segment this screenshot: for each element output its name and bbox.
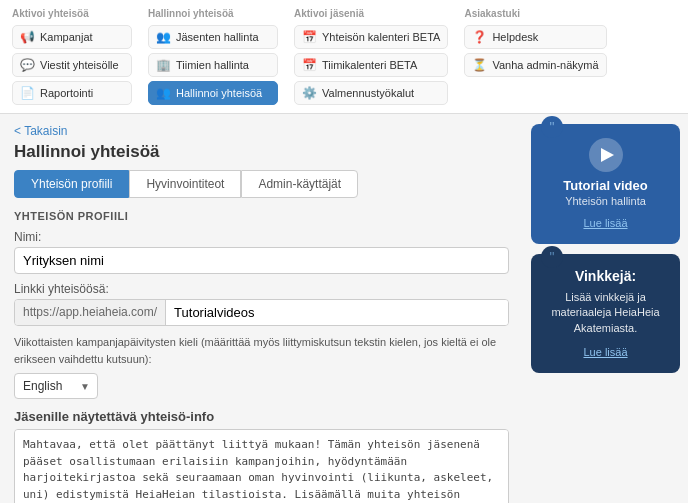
main-area: < Takaisin Hallinnoi yhteisöä Yhteisön p… bbox=[0, 114, 688, 503]
card1-subtitle: Yhteisön hallinta bbox=[541, 195, 670, 207]
quote-icon-1: " bbox=[541, 116, 563, 138]
member-info-title: Jäsenille näytettävä yhteisö-info bbox=[14, 409, 509, 424]
play-triangle-icon bbox=[601, 148, 614, 162]
sidebar-item-valmennustyokalut[interactable]: ⚙️ Valmennustyökalut bbox=[294, 81, 448, 105]
report-icon: 📄 bbox=[20, 86, 35, 100]
tab-admin-kayttajat[interactable]: Admin-käyttäjät bbox=[241, 170, 358, 198]
nav-section-title-hallinnoi: Hallinnoi yhteisöä bbox=[148, 8, 278, 19]
sidebar-item-raportointi[interactable]: 📄 Raportointi bbox=[12, 81, 132, 105]
chat-icon: 💬 bbox=[20, 58, 35, 72]
sidebar-item-hallinnoi-yhteisoa[interactable]: 👥 Hallinnoi yhteisöä bbox=[148, 81, 278, 105]
sidebar-item-yhteison-kalenteri[interactable]: 📅 Yhteisön kalenteri BETA bbox=[294, 25, 448, 49]
tab-profiili[interactable]: Yhteisön profiili bbox=[14, 170, 129, 198]
play-circle bbox=[589, 138, 623, 172]
nav-section-aktivoi: Aktivoi yhteisöä 📢 Kampanjat 💬 Viestit y… bbox=[12, 8, 132, 105]
nav-section-title-asiakastuki: Asiakastuki bbox=[464, 8, 606, 19]
sidebar-item-jasenten-hallinta[interactable]: 👥 Jäsenten hallinta bbox=[148, 25, 278, 49]
card2-read-more[interactable]: Lue lisää bbox=[583, 346, 627, 358]
right-sidebar: " Tutorial video Yhteisön hallinta Lue l… bbox=[523, 114, 688, 503]
team-icon: 🏢 bbox=[156, 58, 171, 72]
members-icon: 👥 bbox=[156, 30, 171, 44]
page-title: Hallinnoi yhteisöä bbox=[14, 142, 509, 162]
card2-title: Vinkkejä: bbox=[541, 268, 670, 284]
sidebar-item-helpdesk[interactable]: ❓ Helpdesk bbox=[464, 25, 606, 49]
card1-title: Tutorial video bbox=[541, 178, 670, 193]
section-title: YHTEISÖN PROFIILI bbox=[14, 210, 509, 222]
sidebar-item-tiimikalenteri[interactable]: 📅 Tiimikalenteri BETA bbox=[294, 53, 448, 77]
sidebar-item-viestit[interactable]: 💬 Viestit yhteisölle bbox=[12, 53, 132, 77]
nav-section-title-jasenia: Aktivoi jäseniä bbox=[294, 8, 448, 19]
help-icon: ❓ bbox=[472, 30, 487, 44]
tab-hyvinvointiteot[interactable]: Hyvinvointiteot bbox=[129, 170, 241, 198]
community-icon: 👥 bbox=[156, 86, 171, 100]
nav-section-hallinnoi: Hallinnoi yhteisöä 👥 Jäsenten hallinta 🏢… bbox=[148, 8, 278, 105]
team-calendar-icon: 📅 bbox=[302, 58, 317, 72]
url-input-group: https://app.heiaheia.com/ bbox=[14, 299, 509, 326]
megaphone-icon: 📢 bbox=[20, 30, 35, 44]
url-prefix: https://app.heiaheia.com/ bbox=[15, 300, 166, 325]
url-input[interactable] bbox=[166, 300, 508, 325]
name-label: Nimi: bbox=[14, 230, 509, 244]
sidebar-item-vanha-admin[interactable]: ⏳ Vanha admin-näkymä bbox=[464, 53, 606, 77]
nav-section-jasenia: Aktivoi jäseniä 📅 Yhteisön kalenteri BET… bbox=[294, 8, 448, 105]
name-field-group: Nimi: bbox=[14, 230, 509, 274]
tabs-container: Yhteisön profiili Hyvinvointiteot Admin-… bbox=[14, 170, 509, 198]
tutorial-video-card: " Tutorial video Yhteisön hallinta Lue l… bbox=[531, 124, 680, 244]
sidebar-item-tiimien-hallinta[interactable]: 🏢 Tiimien hallinta bbox=[148, 53, 278, 77]
nav-section-title-aktivoi: Aktivoi yhteisöä bbox=[12, 8, 132, 19]
link-field-group: Linkki yhteisöösä: https://app.heiaheia.… bbox=[14, 282, 509, 326]
language-select-group: English Finnish Swedish ▼ bbox=[14, 373, 98, 399]
tips-card: " Vinkkejä: Lisää vinkkejä ja materiaale… bbox=[531, 254, 680, 373]
hourglass-icon: ⏳ bbox=[472, 58, 487, 72]
member-info-textarea[interactable]: Mahtavaa, että olet päättänyt liittyä mu… bbox=[14, 429, 509, 503]
back-link[interactable]: < Takaisin bbox=[14, 124, 509, 138]
quote-icon-2: " bbox=[541, 246, 563, 268]
calendar-icon: 📅 bbox=[302, 30, 317, 44]
hint-text: Viikottaisten kampanjapäivitysten kieli … bbox=[14, 334, 509, 367]
card1-read-more[interactable]: Lue lisää bbox=[583, 217, 627, 229]
tools-icon: ⚙️ bbox=[302, 86, 317, 100]
member-info-section: Jäsenille näytettävä yhteisö-info Mahtav… bbox=[14, 409, 509, 503]
language-select[interactable]: English Finnish Swedish bbox=[14, 373, 98, 399]
play-button[interactable] bbox=[541, 138, 670, 172]
link-label: Linkki yhteisöösä: bbox=[14, 282, 509, 296]
top-nav: Aktivoi yhteisöä 📢 Kampanjat 💬 Viestit y… bbox=[0, 0, 688, 114]
sidebar-item-kampanjat[interactable]: 📢 Kampanjat bbox=[12, 25, 132, 49]
form-section: YHTEISÖN PROFIILI Nimi: Linkki yhteisöös… bbox=[14, 210, 509, 503]
name-input[interactable] bbox=[14, 247, 509, 274]
left-content: < Takaisin Hallinnoi yhteisöä Yhteisön p… bbox=[0, 114, 523, 503]
card2-body: Lisää vinkkejä ja materiaaleja HeiaHeia … bbox=[541, 290, 670, 336]
nav-section-asiakastuki: Asiakastuki ❓ Helpdesk ⏳ Vanha admin-näk… bbox=[464, 8, 606, 105]
